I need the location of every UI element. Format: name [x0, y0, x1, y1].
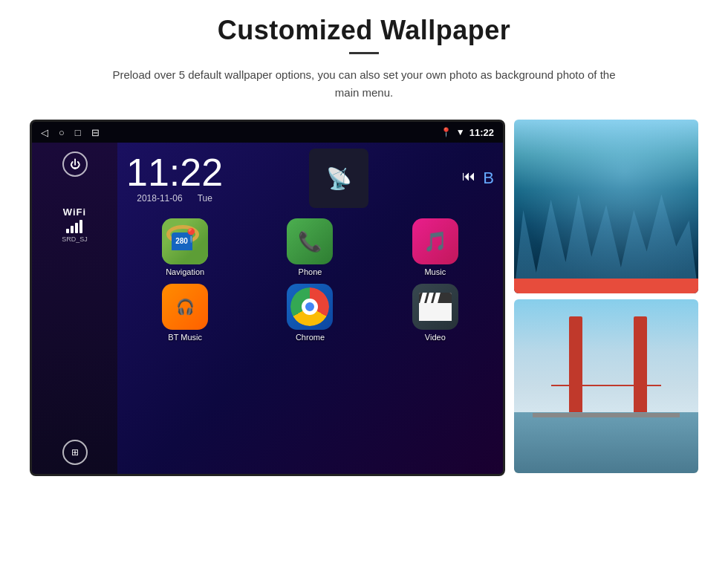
all-apps-button[interactable]: ⊞ — [62, 440, 88, 465]
wifi-bars — [66, 220, 82, 233]
wallpaper-top-strip — [514, 279, 698, 293]
wifi-widget: WiFi SRD_SJ — [62, 206, 88, 243]
clap-stripe-1 — [420, 293, 427, 303]
media-widget[interactable]: 📡 — [309, 149, 368, 208]
app-video[interactable]: Video — [377, 284, 494, 342]
wifi-label: WiFi — [63, 206, 86, 218]
clock-day-value: Tue — [198, 193, 212, 204]
chrome-outer — [290, 287, 329, 326]
wallpaper-thumbnails — [514, 120, 698, 476]
location-icon: 📍 — [441, 127, 452, 137]
clapperboard-top — [419, 293, 452, 303]
bridge-cable — [551, 385, 662, 386]
app-grid: 280 📍 Navigation 📞 Phone — [123, 215, 497, 345]
clap-stripe-2 — [426, 293, 434, 303]
page-title: Customized Wallpaper — [218, 15, 511, 46]
app-chrome[interactable]: Chrome — [251, 284, 368, 342]
bridge-road — [533, 413, 680, 417]
title-divider — [349, 52, 379, 54]
nav-icon: 280 📍 — [162, 218, 208, 264]
clock-widget: 11:22 2018-11-06 Tue 📡 ⏮ B — [123, 149, 497, 208]
wallpaper-ice-cave[interactable] — [514, 120, 698, 293]
status-right: 📍 ▼ 11:22 — [441, 127, 494, 138]
chrome-icon-inner — [290, 287, 329, 326]
wifi-bar-1 — [66, 229, 69, 233]
wallpaper-bridge[interactable] — [514, 299, 698, 473]
chrome-icon — [287, 284, 333, 330]
android-sidebar: ⏻ WiFi SRD_SJ ⊞ — [32, 143, 117, 474]
screenshot-icon[interactable]: ⊟ — [91, 127, 100, 138]
recents-icon[interactable]: □ — [75, 127, 81, 138]
nav-pin-icon: 📍 — [183, 227, 199, 244]
phone-icon: 📞 — [287, 218, 333, 264]
wallpaper-bridge-bg — [514, 299, 698, 473]
btmusic-label: BT Music — [168, 333, 202, 342]
wifi-ssid: SRD_SJ — [62, 235, 88, 243]
nav-map-bg: 280 📍 — [162, 218, 208, 264]
app-phone[interactable]: 📞 Phone — [251, 218, 368, 276]
page-wrapper: Customized Wallpaper Preload over 5 defa… — [0, 0, 728, 563]
app-btmusic[interactable]: 🎧 BT Music — [126, 284, 244, 342]
bt-inner: 🎧 — [162, 284, 208, 330]
video-label: Video — [425, 333, 446, 342]
status-left: ◁ ○ □ ⊟ — [41, 127, 100, 138]
btmusic-icon: 🎧 — [162, 284, 208, 330]
status-bar: ◁ ○ □ ⊟ 📍 ▼ 11:22 — [32, 122, 503, 143]
video-icon — [412, 284, 458, 330]
nav-label: Navigation — [166, 267, 204, 276]
android-center: 11:22 2018-11-06 Tue 📡 ⏮ B — [117, 143, 503, 474]
bluetooth-icon: B — [483, 169, 494, 188]
android-device: ◁ ○ □ ⊟ 📍 ▼ 11:22 ⏻ WiFi — [30, 120, 505, 476]
music-icon: 🎵 — [412, 218, 458, 264]
video-icon-inner — [412, 284, 458, 330]
clock-date: 2018-11-06 Tue — [137, 193, 212, 204]
home-icon[interactable]: ○ — [59, 127, 65, 138]
wifi-bar-3 — [75, 223, 78, 233]
clock-time: 11:22 — [126, 153, 223, 192]
clock-date-value: 2018-11-06 — [137, 193, 182, 204]
media-icon: 📡 — [326, 166, 352, 191]
status-time: 11:22 — [469, 127, 494, 138]
content-area: ◁ ○ □ ⊟ 📍 ▼ 11:22 ⏻ WiFi — [30, 120, 698, 476]
back-icon[interactable]: ◁ — [41, 127, 48, 138]
page-description: Preload over 5 default wallpaper options… — [104, 66, 624, 102]
app-music[interactable]: 🎵 Music — [377, 218, 494, 276]
music-label: Music — [424, 267, 446, 276]
clock-left: 11:22 2018-11-06 Tue — [126, 153, 223, 204]
wifi-bar-4 — [79, 220, 82, 233]
bridge-water — [514, 412, 698, 473]
chrome-inner — [302, 299, 318, 315]
clapperboard-body — [419, 303, 452, 321]
bridge-tower-left — [569, 316, 582, 412]
wallpaper-ice-bg — [514, 120, 698, 293]
media-controls: ⏮ B — [462, 169, 494, 188]
prev-track-icon[interactable]: ⏮ — [462, 169, 475, 188]
wifi-bar-2 — [71, 226, 74, 233]
clap-stripe-3 — [433, 293, 441, 303]
wifi-icon: ▼ — [456, 127, 465, 137]
android-main: ⏻ WiFi SRD_SJ ⊞ — [32, 143, 503, 474]
clapperboard — [419, 293, 452, 321]
phone-label: Phone — [299, 267, 322, 276]
bridge-tower-right — [634, 316, 647, 412]
power-button[interactable]: ⏻ — [62, 152, 88, 177]
chrome-label: Chrome — [296, 333, 325, 342]
app-navigation[interactable]: 280 📍 Navigation — [126, 218, 244, 276]
